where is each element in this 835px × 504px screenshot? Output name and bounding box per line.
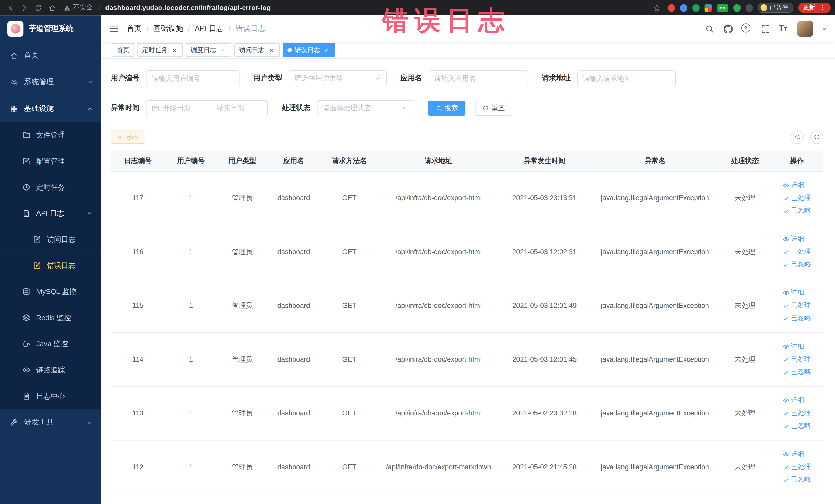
reload-icon[interactable]	[32, 2, 45, 14]
kebab-menu-icon[interactable]: ⋮	[819, 4, 826, 11]
back-icon[interactable]	[4, 2, 17, 14]
address-bar[interactable]: 不安全 | dashboard.yudao.iocoder.cn/infra/l…	[64, 3, 649, 12]
home-icon	[10, 52, 18, 59]
processed-link[interactable]: 已处理	[783, 355, 811, 364]
sidebar-item-file[interactable]: 文件管理	[0, 122, 101, 148]
app-logo[interactable]: 芋道管理系统	[0, 15, 101, 42]
extension-icon-leaf[interactable]	[733, 4, 740, 12]
github-icon[interactable]	[722, 23, 733, 34]
sidebar-item-job[interactable]: 定时任务	[0, 174, 101, 200]
detail-link[interactable]: 详细	[783, 288, 804, 297]
sidebar-item-redis[interactable]: Redis 监控	[0, 305, 101, 331]
table-cell: 未处理	[719, 225, 771, 279]
breadcrumb-item[interactable]: 基础设施	[153, 24, 183, 33]
chevron-up-icon	[87, 106, 93, 112]
request-url-input[interactable]	[577, 70, 676, 86]
sidebar-item-dev-tools[interactable]: 研发工具	[0, 409, 101, 436]
tab-tag[interactable]: 首页	[112, 43, 134, 57]
sidebar-item-java[interactable]: Java 监控	[0, 331, 101, 357]
tab-tag[interactable]: 调度日志	[186, 43, 231, 57]
sidebar-item-error-log[interactable]: 错误日志	[0, 253, 101, 279]
bookmark-star-icon[interactable]	[650, 2, 663, 14]
extension-icon-grid[interactable]	[704, 4, 712, 12]
close-icon[interactable]	[171, 47, 178, 54]
reset-button[interactable]: 重置	[475, 101, 512, 116]
sidebar-item-system[interactable]: 系统管理	[0, 69, 101, 96]
user-type-select[interactable]: 请选择用户类型	[288, 70, 387, 86]
extension-icon-red[interactable]	[668, 4, 675, 12]
ignored-link[interactable]: 已忽略	[783, 260, 811, 269]
breadcrumb-item[interactable]: API 日志	[195, 24, 224, 33]
table-cell: 1	[165, 386, 217, 440]
toggle-search-button[interactable]	[791, 130, 804, 143]
ignored-link[interactable]: 已忽略	[783, 367, 811, 377]
ignored-link[interactable]: 已忽略	[783, 421, 811, 430]
extension-icon-dark[interactable]	[745, 4, 753, 12]
close-icon[interactable]	[323, 47, 330, 54]
app-name-input[interactable]	[428, 70, 528, 86]
extension-icon-green[interactable]	[692, 4, 699, 12]
sidebar-item-label: 首页	[24, 51, 39, 60]
user-id-input[interactable]	[146, 70, 240, 86]
close-icon[interactable]	[220, 47, 226, 54]
ignored-link[interactable]: 已忽略	[783, 475, 811, 484]
refresh-button[interactable]	[810, 130, 823, 143]
close-icon[interactable]	[268, 47, 275, 54]
processed-link[interactable]: 已处理	[783, 247, 811, 256]
sidebar-item-trace[interactable]: 链路追踪	[0, 357, 101, 383]
tags-view: 首页 定时任务 调度日志 访问日志 错误日志	[101, 42, 835, 59]
detail-link[interactable]: 详细	[783, 396, 804, 405]
tab-tag[interactable]: 错误日志	[283, 43, 335, 57]
security-indicator[interactable]: 不安全	[64, 3, 93, 12]
detail-link[interactable]: 详细	[783, 181, 804, 189]
fullscreen-icon[interactable]	[760, 23, 770, 34]
extension-icon-blue[interactable]	[680, 4, 687, 12]
screen: 不安全 | dashboard.yudao.iocoder.cn/infra/l…	[0, 0, 835, 504]
actions-cell: 详细已处理已忽略	[771, 332, 823, 386]
avatar[interactable]	[797, 21, 813, 37]
sidebar-item-home[interactable]: 首页	[0, 42, 101, 69]
help-icon[interactable]: ?	[741, 23, 752, 34]
export-button[interactable]: 导出	[111, 130, 144, 144]
process-status-select[interactable]: 请选择处理状态	[317, 100, 414, 116]
detail-link[interactable]: 详细	[783, 235, 804, 243]
sidebar-item-infra[interactable]: 基础设施	[0, 95, 101, 122]
user-type-label: 用户类型	[253, 74, 282, 83]
table-cell: 2021-05-03 12:01:49	[498, 279, 591, 332]
tab-tag[interactable]: 访问日志	[235, 43, 280, 57]
document-icon	[22, 209, 30, 217]
tab-label: 访问日志	[239, 45, 265, 55]
processed-link[interactable]: 已处理	[783, 462, 811, 471]
processed-link[interactable]: 已处理	[783, 408, 811, 418]
browser-home-icon[interactable]	[46, 2, 59, 14]
chevron-down-icon	[87, 79, 93, 85]
sidebar-item-log-center[interactable]: 日志中心	[0, 383, 101, 409]
update-button[interactable]: 更新 ⋮	[798, 3, 831, 13]
tab-tag[interactable]: 定时任务	[137, 43, 183, 57]
chevron-down-icon[interactable]	[821, 26, 828, 32]
hamburger-button[interactable]	[101, 15, 127, 42]
sidebar-item-access-log[interactable]: 访问日志	[0, 226, 101, 253]
detail-link[interactable]: 详细	[783, 342, 804, 351]
table-cell: dashboard	[268, 171, 320, 225]
detail-link[interactable]: 详细	[783, 449, 804, 459]
font-size-icon[interactable]: TT	[778, 23, 789, 34]
table-cell: 管理员	[217, 279, 268, 332]
forward-icon[interactable]	[18, 2, 31, 14]
breadcrumb-item[interactable]: 首页	[127, 24, 142, 33]
ignored-link[interactable]: 已忽略	[783, 206, 811, 215]
paused-badge[interactable]: 已暂停	[757, 3, 793, 13]
calendar-icon	[152, 104, 159, 112]
sidebar-item-api-log[interactable]: API 日志	[0, 200, 101, 226]
ignored-link[interactable]: 已忽略	[783, 314, 811, 323]
table-row: 1161管理员dashboardGET/api/infra/db-doc/exp…	[111, 225, 823, 279]
sidebar-item-config[interactable]: 配置管理	[0, 148, 101, 174]
processed-link[interactable]: 已处理	[783, 193, 811, 202]
processed-link[interactable]: 已处理	[783, 301, 811, 310]
search-icon[interactable]	[704, 23, 715, 34]
search-button[interactable]: 搜索	[428, 101, 465, 116]
sidebar-item-mysql[interactable]: MySQL 监控	[0, 279, 101, 305]
exception-time-range-picker[interactable]: 开始日期 - 结束日期	[146, 100, 268, 116]
extension-on-badge[interactable]: on	[716, 4, 728, 12]
annotation-overlay: 错误日志	[383, 7, 510, 34]
